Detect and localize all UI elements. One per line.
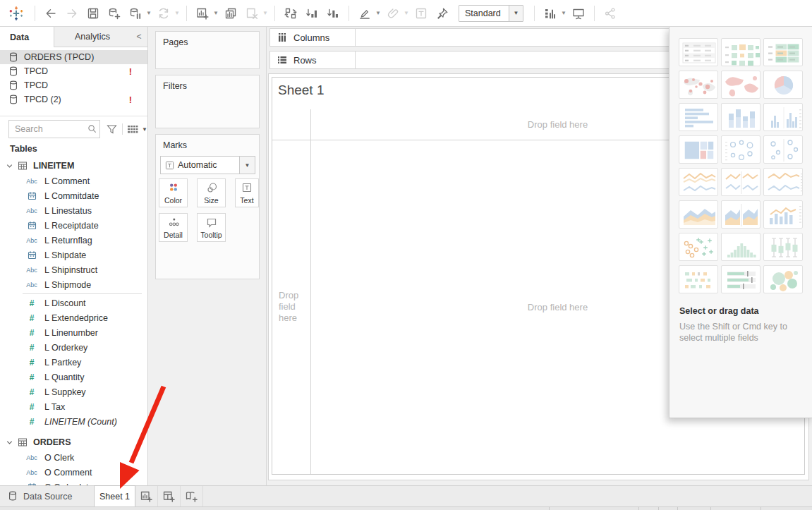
show-me-filled-map-thumbnail[interactable] xyxy=(721,71,761,99)
field-item[interactable]: # L Linenumber xyxy=(0,325,147,340)
show-me-symbol-map-thumbnail[interactable] xyxy=(679,71,718,99)
show-me-pie-chart-thumbnail[interactable] xyxy=(763,71,803,99)
pause-auto-updates-button[interactable] xyxy=(126,4,145,23)
field-item[interactable]: # L Tax xyxy=(0,399,147,414)
tables-label: Tables xyxy=(10,144,37,154)
new-worksheet-button[interactable] xyxy=(193,4,212,23)
show-hide-cards-button[interactable] xyxy=(541,4,559,23)
new-story-button[interactable] xyxy=(181,486,203,506)
show-me-dual-lines-thumbnail[interactable] xyxy=(763,168,803,196)
field-item[interactable]: # L Orderkey xyxy=(0,340,147,355)
field-item[interactable]: Abc L Returnflag xyxy=(0,233,147,248)
highlight-caret-icon[interactable]: ▼ xyxy=(375,10,382,16)
refresh-data-caret-icon[interactable]: ▼ xyxy=(174,10,181,16)
pause-auto-updates-caret-icon[interactable]: ▼ xyxy=(145,10,152,16)
field-item[interactable]: L Receiptdate xyxy=(0,218,147,233)
field-item[interactable]: L Commitdate xyxy=(0,188,147,203)
show-me-treemap-thumbnail[interactable] xyxy=(679,135,718,164)
show-me-heatmap-thumbnail[interactable] xyxy=(721,38,761,66)
show-me-side-by-side-bars-thumbnail[interactable] xyxy=(763,103,803,131)
show-me-packed-bubbles-thumbnail[interactable] xyxy=(763,265,803,293)
share-workbook-button[interactable] xyxy=(601,4,619,23)
field-item[interactable]: # L Quantity xyxy=(0,370,147,384)
swap-rows-columns-button[interactable] xyxy=(281,4,300,23)
datasource-item[interactable]: TPCD! xyxy=(0,64,147,78)
clear-sheet-caret-icon[interactable]: ▼ xyxy=(262,10,269,16)
show-me-box-whisker-thumbnail[interactable] xyxy=(763,233,803,261)
field-item[interactable]: Abc O Comment xyxy=(0,465,147,480)
field-item[interactable]: Abc L Comment xyxy=(0,174,147,188)
save-button[interactable] xyxy=(84,4,102,23)
show-me-area-discrete-thumbnail[interactable] xyxy=(721,200,761,229)
show-me-text-table-thumbnail[interactable] xyxy=(679,38,718,66)
field-item[interactable]: # L Discount xyxy=(0,296,147,310)
size-button[interactable]: Size xyxy=(197,178,226,207)
tab-sheet-1[interactable]: Sheet 1 xyxy=(94,485,135,506)
tooltip-button[interactable]: Tooltip xyxy=(197,213,226,242)
show-me-circle-views-thumbnail[interactable] xyxy=(721,135,761,164)
new-worksheet-caret-icon[interactable]: ▼ xyxy=(212,10,219,16)
show-me-stacked-bars-thumbnail[interactable] xyxy=(721,103,761,131)
tab-analytics[interactable]: Analytics xyxy=(54,27,131,47)
show-me-gantt-thumbnail[interactable] xyxy=(679,265,718,293)
pages-shelf[interactable]: Pages xyxy=(155,31,260,69)
show-me-area-continuous-thumbnail[interactable] xyxy=(679,200,718,229)
datasource-item[interactable]: ORDERS (TPCD) xyxy=(0,50,147,64)
field-item[interactable]: L Shipdate xyxy=(0,248,147,262)
show-me-dual-combination-thumbnail[interactable] xyxy=(763,200,803,229)
field-item[interactable]: Abc L Shipmode xyxy=(0,277,147,292)
show-me-horizontal-bars-thumbnail[interactable] xyxy=(679,103,718,131)
refresh-data-button[interactable] xyxy=(154,4,173,23)
show-me-lines-continuous-thumbnail[interactable] xyxy=(679,168,718,196)
field-item[interactable]: # L Partkey xyxy=(0,355,147,370)
fit-selector[interactable]: Standard▼ xyxy=(459,5,523,22)
filters-shelf[interactable]: Filters xyxy=(155,75,260,128)
tableau-logo-icon[interactable] xyxy=(6,4,27,23)
clear-sheet-button[interactable] xyxy=(243,4,261,23)
filter-fields-icon[interactable] xyxy=(106,123,118,135)
text-button[interactable]: Text xyxy=(235,178,259,207)
sort-ascending-button[interactable] xyxy=(303,4,321,23)
new-data-source-button[interactable] xyxy=(105,4,123,23)
datasource-item[interactable]: TPCD xyxy=(0,78,147,92)
presentation-mode-button[interactable] xyxy=(569,4,588,23)
show-mark-labels-button[interactable] xyxy=(412,4,430,23)
field-item[interactable]: # L Extendedprice xyxy=(0,310,147,325)
field-item[interactable]: Abc L Shipinstruct xyxy=(0,262,147,277)
show-me-side-by-side-circles-thumbnail[interactable] xyxy=(763,135,803,164)
field-item[interactable]: O Orderdate xyxy=(0,480,147,485)
field-item[interactable]: Abc L Linestatus xyxy=(0,203,147,218)
search-input[interactable] xyxy=(8,120,100,138)
drop-zone-rows[interactable]: Drop field here xyxy=(272,140,310,474)
duplicate-sheet-button[interactable] xyxy=(222,4,240,23)
table-group-header[interactable]: LINEITEM xyxy=(0,158,147,174)
show-me-lines-discrete-thumbnail[interactable] xyxy=(721,168,761,196)
redo-button[interactable] xyxy=(63,4,81,23)
highlight-button[interactable] xyxy=(356,4,374,23)
mark-type-dropdown[interactable]: Automatic ▼ xyxy=(160,156,255,174)
show-me-bullet-thumbnail[interactable] xyxy=(721,265,761,293)
sort-descending-button[interactable] xyxy=(324,4,342,23)
view-options-icon[interactable] xyxy=(127,124,138,134)
new-dashboard-button[interactable] xyxy=(158,486,181,506)
show-me-scatter-thumbnail[interactable] xyxy=(679,233,718,261)
datasource-item[interactable]: TPCD (2)! xyxy=(0,92,147,107)
tab-data[interactable]: Data xyxy=(0,27,54,47)
collapse-pane-button[interactable]: < xyxy=(131,27,147,47)
color-button[interactable]: Color xyxy=(159,178,188,207)
undo-button[interactable] xyxy=(42,4,60,23)
show-hide-cards-caret-icon[interactable]: ▼ xyxy=(560,10,567,16)
field-item[interactable]: Abc O Clerk xyxy=(0,450,147,465)
field-item[interactable]: # LINEITEM (Count) xyxy=(0,414,147,429)
table-group-header[interactable]: ORDERS xyxy=(0,435,147,450)
detail-button[interactable]: Detail xyxy=(159,213,188,242)
field-item[interactable]: # L Suppkey xyxy=(0,384,147,399)
new-worksheet-button[interactable] xyxy=(135,486,158,506)
group-members-button[interactable] xyxy=(384,4,402,23)
tab-data-source[interactable]: Data Source xyxy=(0,486,94,506)
view-options-caret-icon[interactable]: ▼ xyxy=(142,126,147,133)
fix-axes-button[interactable] xyxy=(433,4,452,23)
group-members-caret-icon[interactable]: ▼ xyxy=(403,10,410,16)
show-me-highlight-table-thumbnail[interactable] xyxy=(763,38,803,66)
show-me-histogram-thumbnail[interactable] xyxy=(721,233,761,261)
